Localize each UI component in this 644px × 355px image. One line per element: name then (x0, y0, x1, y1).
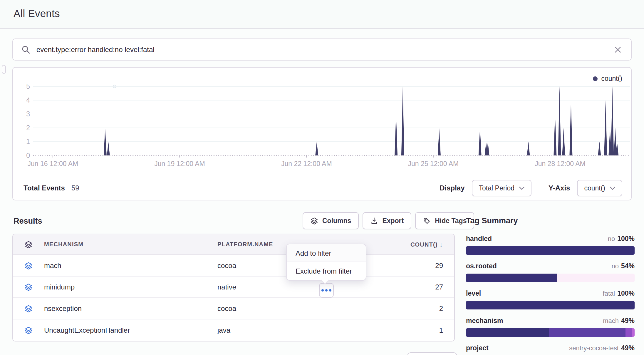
table-row[interactable]: minidumpnative27 (13, 277, 454, 298)
layers-icon (13, 283, 44, 291)
tag-bar-segment (466, 246, 635, 255)
tag-top-value: no54% (611, 262, 635, 270)
tag-summary: Tag Summary handledno100%os.rootedno54%l… (466, 216, 635, 355)
total-events-value: 59 (71, 184, 79, 192)
tag-icon (423, 217, 431, 225)
legend-series-dot (593, 76, 598, 81)
cell-mechanism[interactable]: mach (44, 262, 217, 270)
x-axis-tick-label: Jun 22 12:00 AM (281, 160, 332, 168)
chart-marker-dot (113, 85, 116, 88)
app-header: All Events (0, 0, 644, 29)
download-icon (370, 217, 378, 225)
chevron-down-icon (519, 187, 524, 190)
tag-item: os.rootedno54% (466, 262, 635, 282)
cell-count: 1 (357, 326, 454, 334)
tag-distribution-bar[interactable] (466, 246, 635, 255)
cell-platform[interactable]: cocoa (217, 304, 357, 313)
chart-footer: Total Events 59 Display Total Period Y-A… (13, 176, 631, 200)
columns-button[interactable]: Columns (303, 212, 359, 229)
y-axis-tick-label: 3 (17, 110, 30, 118)
search-input[interactable]: event.type:error handled:no level:fatal (36, 46, 613, 54)
tag-distribution-bar[interactable] (466, 301, 635, 309)
tag-distribution-bar[interactable] (466, 274, 635, 282)
tag-name: level (466, 289, 481, 297)
legend-series-label: count() (601, 75, 622, 83)
tag-distribution-bar[interactable] (466, 328, 635, 337)
ellipsis-icon (321, 289, 324, 292)
table-header-row: MECHANISM PLATFORM.NAME COUNT()↓ (13, 234, 454, 255)
chart-x-axis: Jun 16 12:00 AMJun 19 12:00 AMJun 22 12:… (33, 160, 630, 169)
tag-item: mechanismmach49% (466, 317, 635, 337)
layers-icon (310, 217, 318, 225)
column-header-count[interactable]: COUNT()↓ (357, 241, 454, 248)
menu-item-exclude-from-filter[interactable]: Exclude from filter (287, 262, 366, 280)
cell-platform[interactable]: native (217, 283, 357, 291)
layers-icon (13, 326, 44, 334)
table-row[interactable]: machcocoa29 (13, 255, 454, 277)
tag-item: levelfatal100% (466, 289, 635, 309)
x-axis-tick-label: Jun 16 12:00 AM (28, 160, 78, 168)
export-button-label: Export (382, 217, 404, 225)
tag-bar-segment (632, 328, 635, 337)
cell-count: 27 (357, 283, 454, 291)
pagination-button[interactable] (407, 352, 457, 355)
table-body: machcocoa29minidumpnative27nsexceptionco… (13, 255, 454, 341)
x-axis-tick-label: Jun 28 12:00 AM (535, 160, 586, 168)
results-toolbar: Columns Export Hide Tags (303, 212, 474, 229)
panel-resize-handle[interactable] (2, 65, 6, 74)
tag-bar-segment (466, 328, 549, 337)
menu-item-add-to-filter[interactable]: Add to filter (287, 244, 366, 262)
tag-name: mechanism (466, 317, 503, 325)
search-bar[interactable]: event.type:error handled:no level:fatal (12, 38, 632, 61)
tag-list: handledno100%os.rootedno54%levelfatal100… (466, 235, 635, 355)
tag-item: projectsentry-cocoa-test49% (466, 344, 635, 355)
results-title: Results (14, 217, 42, 226)
display-dropdown[interactable]: Total Period (472, 180, 531, 196)
y-axis-tick-label: 5 (17, 82, 30, 91)
row-actions-button[interactable] (319, 283, 334, 298)
y-axis-tick-label: 1 (17, 138, 30, 146)
hide-tags-button-label: Hide Tags (435, 217, 467, 225)
tag-top-value: sentry-cocoa-test49% (569, 344, 635, 352)
y-axis-tick-label: 0 (17, 151, 30, 160)
chevron-down-icon (610, 187, 615, 190)
tag-top-value: mach49% (603, 317, 635, 325)
y-axis-tick-label: 4 (17, 96, 30, 104)
y-axis-tick-label: 2 (17, 124, 30, 132)
tag-bar-segment (625, 328, 632, 337)
hide-tags-button[interactable]: Hide Tags (415, 212, 474, 229)
results-table: MECHANISM PLATFORM.NAME COUNT()↓ machcoc… (12, 234, 455, 341)
tag-bar-segment (466, 301, 635, 309)
table-row[interactable]: nsexceptioncocoa2 (13, 298, 454, 319)
cell-mechanism[interactable]: minidump (44, 283, 217, 291)
tag-summary-title: Tag Summary (466, 216, 635, 225)
tag-name: os.rooted (466, 262, 497, 270)
tag-name: project (466, 344, 489, 352)
chart-legend[interactable]: count() (593, 75, 622, 83)
cell-platform[interactable]: java (217, 326, 357, 334)
yaxis-dropdown-value: count() (584, 184, 605, 192)
table-row[interactable]: UncaughtExceptionHandlerjava1 (13, 319, 454, 341)
columns-button-label: Columns (322, 217, 351, 225)
display-label: Display (440, 184, 464, 192)
export-button[interactable]: Export (363, 212, 411, 229)
tag-bar-segment (466, 274, 557, 282)
display-dropdown-value: Total Period (479, 184, 514, 192)
tag-item: handledno100% (466, 235, 635, 255)
cell-count: 2 (357, 304, 454, 313)
cell-context-menu: Add to filter Exclude from filter (286, 244, 366, 281)
cell-mechanism[interactable]: UncaughtExceptionHandler (44, 326, 217, 334)
column-header-mechanism[interactable]: MECHANISM (44, 241, 217, 248)
yaxis-label: Y-Axis (549, 184, 570, 192)
clear-search-icon[interactable] (613, 45, 623, 55)
cell-mechanism[interactable]: nsexception (44, 304, 217, 313)
page-title: All Events (14, 8, 60, 19)
events-chart-panel: count() 012345 Jun 16 12:00 AMJun 19 12:… (12, 67, 632, 200)
yaxis-dropdown[interactable]: count() (577, 180, 622, 196)
tag-bar-segment (557, 274, 635, 282)
x-axis-tick-label: Jun 25 12:00 AM (408, 160, 459, 168)
x-axis-tick-label: Jun 19 12:00 AM (154, 160, 205, 168)
chart-y-axis: 012345 (17, 79, 30, 158)
chart-plot[interactable] (33, 79, 630, 158)
chart-svg (33, 79, 630, 158)
